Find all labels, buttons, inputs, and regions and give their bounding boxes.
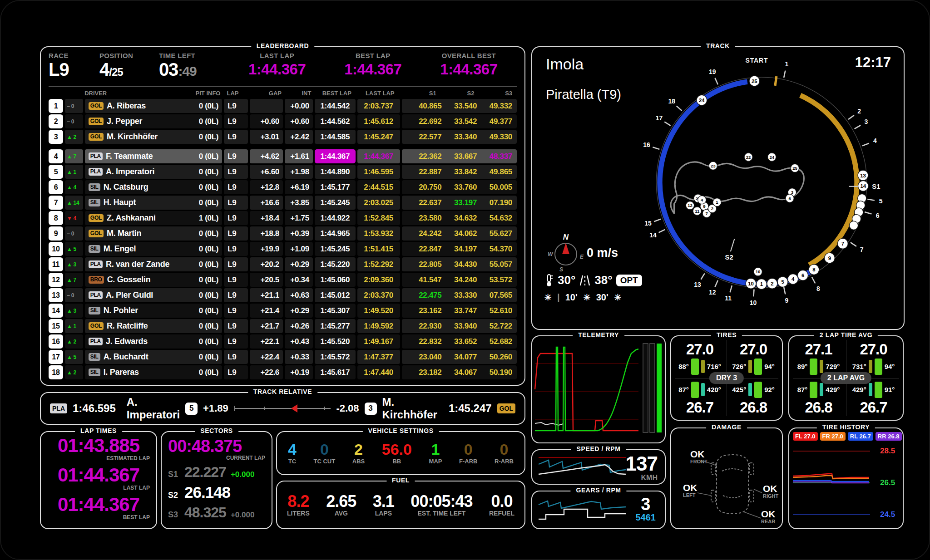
lap-cell: L9 (224, 350, 248, 364)
lap-cell: L9 (224, 180, 248, 194)
leaderboard-row[interactable]: 14▲ 3SILN. Pohler0 (0L)L9+21.4+0.291:45.… (49, 304, 517, 318)
s1-cell: 22.577 (406, 133, 442, 142)
s2-cell: 33.340 (441, 133, 477, 142)
driver-name: A. Imperatori (106, 167, 196, 177)
sectors-cell: 22.93033.94052.722 (402, 319, 517, 333)
leaderboard-row[interactable]: 3▲ 2GOLM. Kirchhöfer0 (0L)L9+3.01+2.421:… (49, 130, 517, 144)
last-lap-cell: 1:45.612 (357, 114, 400, 128)
last-lap-cell: 1:44.367 (357, 149, 400, 163)
s1-cell: 22.832 (406, 337, 442, 346)
tire-avg-label: 2 LAP TIRE AVG (814, 331, 878, 339)
position-badge: 11 (49, 257, 63, 271)
corner-tick (664, 122, 670, 125)
driver-cell: GOLA. Riberas0 (0L) (85, 99, 222, 113)
driver-name: M. Martin (107, 229, 196, 238)
overall-best-label: OVERALL BEST (442, 52, 496, 59)
best-lap-cell: 1:45.572 (315, 350, 356, 364)
badge-fr: FR 27.0 (820, 432, 846, 441)
leaderboard-row[interactable]: 8▼ 4GOLZ. Ashkanani1 (0L)L9+18.4+1.751:4… (49, 211, 517, 225)
car-number: 22 (746, 155, 751, 160)
fuel-avg-value: 2.65 (326, 493, 356, 510)
car-number: 3 (791, 190, 793, 195)
leaderboard-row[interactable]: 15▲ 1GOLR. Ratcliffe0 (0L)L9+21.7+0.261:… (49, 319, 517, 333)
throttle-bar (657, 344, 662, 432)
s2-label: S2 (168, 491, 180, 500)
clutch-bar (643, 344, 648, 432)
leaderboard-row[interactable]: 10▲ 5SILM. Engel0 (0L)L9+19.9+1.091:45.2… (49, 242, 517, 256)
corner-number: 17 (656, 114, 663, 122)
pit-info: 0 (0L) (199, 183, 219, 192)
last-lap-cell: 1:51.415 (357, 242, 400, 256)
leaderboard-row[interactable]: 6▲ 4SILN. Catsburg0 (0L)L9+12.8+6.191:45… (49, 180, 517, 194)
fuel-refuel-value: 0.0 (491, 493, 512, 510)
leaderboard-row[interactable]: 11▲ 3PLAR. van der Zande0 (0L)L9+20.2+0.… (49, 257, 517, 271)
leaderboard-row[interactable]: 17▲ 5SILA. Buchardt0 (0L)L9+22.4+0.331:4… (49, 350, 517, 364)
leaderboard-row[interactable]: 4▲ 7PLAF. Teammate0 (0L)L9+4.62+1.611:44… (49, 149, 517, 163)
s1-cell: 41.547 (406, 275, 442, 285)
driver-cell: SILA. Buchardt0 (0L) (85, 350, 222, 364)
s1-cell: 22.887 (406, 167, 442, 177)
weather-forecast: ☀| 10'☀ 30'☀ (544, 292, 622, 303)
last-lap-label: LAST LAP (260, 52, 294, 59)
position-badge: 5 (49, 165, 63, 179)
gap-cell: +12.8 (250, 180, 283, 194)
interval-cell: +0.34 (285, 273, 313, 287)
pit-info: 0 (0L) (199, 102, 219, 111)
s3-cell: 49.330 (477, 133, 512, 142)
col-s1: S1 (403, 90, 441, 97)
interval-cell: +1.75 (285, 211, 313, 225)
gap-cell (250, 99, 283, 113)
interval-cell: +1.61 (285, 149, 313, 163)
col-driver: DRIVER (84, 90, 107, 97)
s3-cell: 07.565 (477, 291, 512, 300)
leaderboard-row[interactable]: 13− 0PLAA. Pier Guidi0 (0L)L9+21.1+0.631… (49, 288, 517, 302)
axis-26-5: 26.5 (880, 478, 900, 487)
leaderboard-row[interactable]: 12▲ 7BROC. Gosselin0 (0L)L9+20.5+0.341:4… (49, 273, 517, 287)
col-last-lap: LAST LAP (359, 90, 401, 97)
best-lap-cell: 1:45.245 (315, 242, 356, 256)
leaderboard-row[interactable]: 18▲ 2SILI. Pareras0 (0L)L9+22.6+0.191:45… (49, 365, 517, 379)
position-change: − 0 (65, 99, 83, 113)
leaderboard-row[interactable]: 7▲ 14SILH. Haupt0 (0L)L9+16.6+3.851:45.2… (49, 196, 517, 210)
class-badge: PLA (89, 168, 103, 175)
car-number: 7 (706, 211, 708, 216)
fuel-liters-value: 8.2 (287, 493, 309, 510)
class-badge: SIL (89, 353, 100, 360)
driver-name: J. Pepper (107, 117, 196, 126)
corner-tick (701, 273, 704, 279)
last-lap-cell: 1:52.845 (357, 211, 400, 225)
car-number: 4 (791, 276, 795, 282)
s2-cell: 34.632 (441, 214, 477, 223)
car-number: 23 (711, 163, 716, 168)
sectors-cell: 41.54734.24053.572 (402, 273, 517, 287)
sectors-cell: 22.69233.54249.377 (402, 114, 517, 128)
track-label: TRACK (701, 42, 735, 49)
position-change: ▲ 5 (65, 350, 83, 364)
interval-cell: +3.85 (285, 196, 313, 210)
last-lap-value: 1:44.367 (248, 60, 306, 79)
tire-avg-rl: 87°429° 26.8 (791, 378, 846, 418)
relative-marker-icon (291, 404, 297, 413)
corner-tick (867, 199, 875, 200)
leaderboard-row[interactable]: 16▲ 2PLAJ. Edwards0 (0L)L9+22.1+0.431:45… (49, 334, 517, 349)
leaderboard-row[interactable]: 1− 0GOLA. Riberas0 (0L)L9+0.001:44.5422:… (49, 99, 517, 113)
ahead-lap-time: 1:46.595 (73, 402, 116, 415)
last-lap-cell: 1:49.520 (357, 304, 400, 318)
corner-number: 4 (873, 137, 877, 144)
air-temp: 30° (558, 273, 575, 287)
leaderboard-row[interactable]: 9− 0GOLM. Martin0 (0L)L9+18.8+0.391:44.9… (49, 226, 517, 241)
s2-cell: 33.760 (441, 183, 477, 192)
s3-cell: 55.627 (477, 229, 512, 238)
class-badge: GOL (89, 214, 104, 221)
sectors-cell: 23.04034.07750.260 (402, 350, 517, 364)
setting-r-arb: 0R-ARB (495, 442, 514, 465)
s2-value: 26.148 (184, 483, 230, 501)
sectors-cell: 22.57733.34049.330 (402, 130, 517, 144)
sectors-cell: 22.47533.33007.565 (402, 288, 517, 302)
driver-cell: SILI. Pareras0 (0L) (85, 365, 222, 379)
start-label: START (746, 57, 768, 64)
leaderboard-row[interactable]: 2− 0GOLJ. Pepper0 (0L)L9+0.60+0.601:44.5… (49, 114, 517, 128)
leaderboard-row[interactable]: 5▲ 1PLAA. Imperatori0 (0L)L9+6.60+1.981:… (49, 165, 517, 179)
corner-number: 14 (649, 231, 657, 239)
lap-cell: L9 (224, 99, 248, 113)
